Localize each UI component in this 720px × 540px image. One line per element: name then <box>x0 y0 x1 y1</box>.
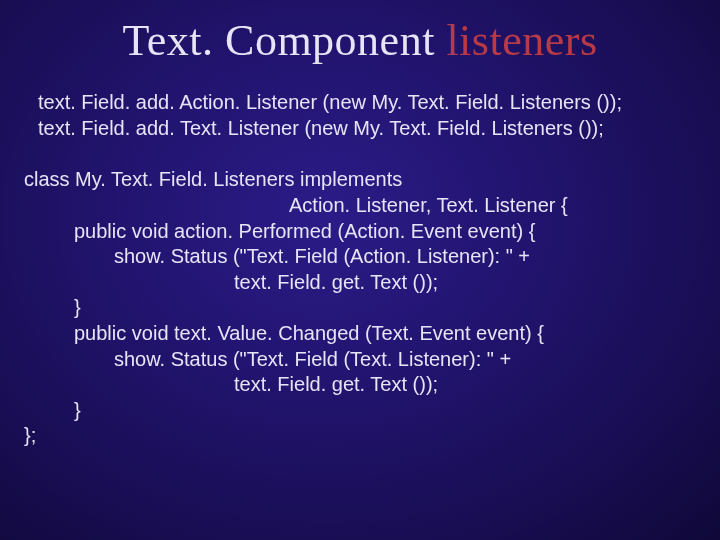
title-word-1: Text. Component <box>122 16 434 65</box>
slide-title: Text. Component listeners <box>0 18 720 64</box>
code-line: text. Field. add. Action. Listener (new … <box>38 90 700 116</box>
code-line: show. Status ("Text. Field (Text. Listen… <box>24 347 700 373</box>
code-block-2: class My. Text. Field. Listeners impleme… <box>24 167 700 449</box>
code-line: } <box>24 398 700 424</box>
code-line: public void action. Performed (Action. E… <box>24 219 700 245</box>
code-line: text. Field. add. Text. Listener (new My… <box>38 116 700 142</box>
code-block-1: text. Field. add. Action. Listener (new … <box>38 90 700 141</box>
code-line: text. Field. get. Text ()); <box>24 270 700 296</box>
code-line: } <box>24 295 700 321</box>
code-line: text. Field. get. Text ()); <box>24 372 700 398</box>
title-word-2: listeners <box>446 16 597 65</box>
code-line: }; <box>24 423 700 449</box>
code-line: public void text. Value. Changed (Text. … <box>24 321 700 347</box>
code-line: class My. Text. Field. Listeners impleme… <box>24 167 700 193</box>
slide: Text. Component listeners text. Field. a… <box>0 0 720 540</box>
code-line: show. Status ("Text. Field (Action. List… <box>24 244 700 270</box>
code-line: Action. Listener, Text. Listener { <box>24 193 700 219</box>
